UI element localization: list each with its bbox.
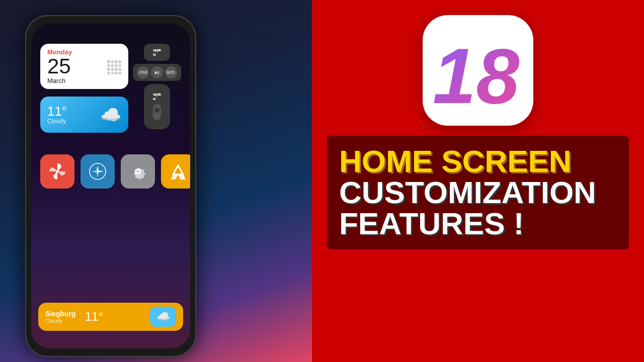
appletv-logo-button[interactable]: appletv — [144, 44, 170, 61]
drive-icon — [168, 161, 188, 182]
weather-temperature: 11° — [47, 105, 67, 118]
calendar-day-number: 25 — [47, 56, 71, 77]
play-pause-button[interactable]: ⏯ — [151, 66, 163, 78]
playback-controls: ↺60 ⏯ 60↻ — [133, 64, 181, 81]
remote-icon — [151, 103, 163, 121]
svg-marker-9 — [92, 170, 97, 172]
bottom-weather-bar: Siegburg Cloudy 11° ☁️ — [38, 303, 183, 331]
phone-screen: Monday 25 March 11° Cloudy — [31, 24, 190, 348]
ios18-app-icon: 18 — [423, 15, 533, 126]
bottom-location: Siegburg Cloudy — [45, 310, 76, 324]
svg-point-6 — [97, 170, 99, 172]
svg-marker-10 — [99, 170, 104, 172]
bottom-city: Siegburg — [45, 310, 76, 318]
ios18-number-svg: 18 — [428, 25, 528, 116]
app-icon-settings[interactable] — [121, 154, 155, 189]
weather-widget: 11° Cloudy ☁️ — [40, 97, 128, 133]
svg-rect-3 — [156, 116, 158, 117]
rewind-button[interactable]: ↺60 — [137, 66, 149, 78]
bottom-weather-status: Cloudy — [45, 318, 76, 324]
bottom-temperature: 11° — [85, 310, 103, 324]
calendar-icon — [107, 58, 121, 74]
svg-marker-13 — [178, 174, 186, 179]
svg-point-1 — [154, 107, 160, 113]
title-line-2: CUSTOMIZATION — [339, 177, 617, 208]
title-line-3: FEATURES ! — [339, 208, 617, 239]
phone-body: Monday 25 March 11° Cloudy — [25, 15, 196, 357]
weather-cloud-icon: ☁️ — [100, 105, 121, 125]
calendar-month: March — [47, 77, 65, 84]
settings-gear-icon — [128, 161, 148, 182]
app-slot-empty-1 — [40, 195, 74, 229]
calendar-date: Monday 25 March — [47, 48, 72, 84]
app-slot-empty-4 — [161, 195, 190, 229]
svg-marker-7 — [97, 165, 99, 170]
svg-rect-2 — [156, 114, 158, 115]
pinwheel-icon — [47, 161, 67, 182]
app-slot-empty-2 — [80, 195, 115, 229]
bottom-cloud-icon: ☁️ — [150, 307, 176, 327]
weather-description: Cloudy — [47, 118, 67, 125]
title-line-1: HOME SCREEN — [339, 146, 617, 177]
appletv-remote[interactable]: appletv — [144, 84, 170, 129]
calendar-grid-icon — [107, 60, 121, 74]
appletv-controls: appletv ↺60 ⏯ 60↻ appletv — [133, 44, 181, 129]
title-block: HOME SCREEN CUSTOMIZATION FEATURES ! — [327, 136, 629, 249]
svg-point-4 — [56, 170, 59, 173]
app-icon-google-drive[interactable] — [161, 154, 190, 189]
svg-marker-12 — [171, 174, 178, 179]
svg-marker-8 — [97, 172, 99, 177]
phone-mockup: Monday 25 March 11° Cloudy — [15, 10, 307, 357]
app-icon-pinwheel[interactable] — [40, 154, 74, 189]
svg-text:18: 18 — [433, 33, 519, 116]
app-icons-grid — [40, 154, 190, 229]
app-slot-empty-3 — [121, 195, 155, 229]
weather-info: 11° Cloudy — [47, 105, 67, 125]
compass-icon — [88, 161, 108, 182]
calendar-widget: Monday 25 March — [40, 44, 128, 89]
right-panel: 18 HOME SCREEN CUSTOMIZATION FEATURES ! — [312, 0, 644, 362]
svg-marker-11 — [173, 165, 183, 174]
app-icon-compass[interactable] — [80, 154, 115, 189]
fast-forward-button[interactable]: 60↻ — [165, 66, 177, 78]
